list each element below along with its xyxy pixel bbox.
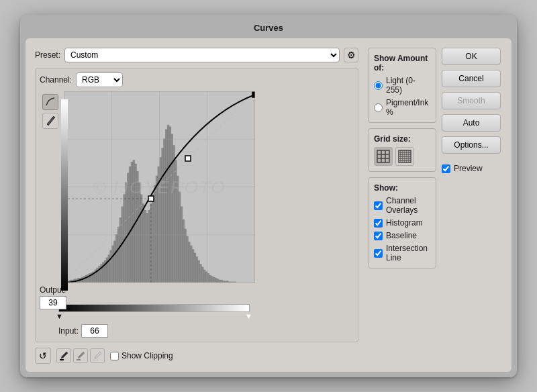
grid-4x4-icon — [377, 150, 390, 163]
cancel-button[interactable]: Cancel — [442, 70, 501, 87]
action-buttons: OK Cancel Smooth Auto Options... Preview — [442, 48, 502, 268]
input-label: Input: — [58, 326, 79, 336]
horizontal-gradient-wrap: ▼ ▼ — [58, 304, 354, 322]
histogram-item: Histogram — [374, 218, 430, 228]
right-panel: Show Amount of: Light (0-255) Pigment/In… — [368, 48, 502, 364]
right-top: Show Amount of: Light (0-255) Pigment/In… — [368, 48, 502, 268]
gray-eyedropper-button[interactable] — [73, 348, 88, 363]
preview-checkbox[interactable] — [442, 164, 450, 173]
show-clipping-check[interactable]: Show Clipping — [110, 351, 173, 360]
vertical-gradient — [61, 99, 68, 291]
curve-section: © IJOYEROTO — [40, 91, 354, 283]
preset-row: Preset: Custom ⚙ — [35, 48, 358, 62]
channel-row: Channel: RGB Red Green Blue — [40, 72, 354, 87]
slider-row: ▼ ▼ — [58, 312, 250, 322]
pigment-radio-item: Pigment/Ink % — [374, 98, 430, 117]
grid-10x10-button[interactable] — [395, 147, 414, 166]
reset-button[interactable]: ↺ — [35, 348, 51, 364]
channel-label: Channel: — [40, 75, 72, 85]
black-eyedropper-icon — [58, 350, 69, 361]
options-button[interactable]: Options... — [442, 136, 501, 154]
show-clipping-checkbox[interactable] — [110, 352, 119, 360]
grid-buttons — [374, 147, 430, 166]
output-input[interactable] — [40, 296, 66, 309]
grid-size-label: Grid size: — [374, 134, 430, 144]
pigment-radio[interactable] — [374, 103, 383, 112]
show-section: Show: Channel Overlays Histogram — [368, 177, 436, 268]
right-triangle-icon: ▼ — [245, 312, 252, 320]
histogram-label: Histogram — [386, 218, 423, 228]
histogram-checkbox[interactable] — [374, 219, 383, 228]
white-eyedropper-icon — [92, 350, 103, 361]
preset-select[interactable]: Custom — [64, 48, 340, 62]
grid-size-section: Grid size: — [368, 128, 436, 172]
bottom-toolbar: ↺ — [35, 348, 358, 364]
preview-label: Preview — [454, 164, 483, 173]
dialog-window: Curves Preset: Custom ⚙ Channel: RGB — [20, 15, 517, 377]
input-row: Input: — [58, 324, 354, 338]
show-section-label: Show: — [374, 183, 430, 193]
show-amount-section: Show Amount of: Light (0-255) Pigment/In… — [368, 48, 436, 123]
smooth-button[interactable]: Smooth — [442, 92, 501, 109]
left-panel: Preset: Custom ⚙ Channel: RGB Red Green … — [35, 48, 358, 364]
light-radio-label: Light (0-255) — [386, 76, 430, 95]
channel-overlays-label: Channel Overlays — [386, 196, 430, 215]
channel-box: Channel: RGB Red Green Blue — [35, 68, 358, 342]
right-controls: Show Amount of: Light (0-255) Pigment/In… — [368, 48, 436, 268]
intersection-line-item: Intersection Line — [374, 244, 430, 262]
eyedropper-group — [56, 348, 105, 363]
preview-section: Preview — [442, 164, 502, 173]
white-eyedropper-button[interactable] — [90, 348, 105, 363]
preset-label: Preset: — [35, 50, 60, 60]
dialog-title: Curves — [26, 20, 511, 38]
light-radio-item: Light (0-255) — [374, 76, 430, 95]
curve-tool-icon — [45, 97, 56, 107]
channel-overlays-item: Channel Overlays — [374, 196, 430, 215]
left-triangle-icon: ▼ — [56, 312, 63, 320]
baseline-label: Baseline — [386, 231, 417, 240]
black-eyedropper-button[interactable] — [56, 348, 71, 363]
intersection-line-label: Intersection Line — [386, 244, 430, 262]
grid-10x10-icon — [398, 150, 411, 163]
grid-4x4-button[interactable] — [374, 147, 393, 166]
light-radio[interactable] — [374, 81, 383, 90]
channel-overlays-checkbox[interactable] — [374, 201, 383, 210]
horizontal-gradient — [58, 304, 250, 312]
show-amount-radio-group: Light (0-255) Pigment/Ink % — [374, 76, 430, 117]
svg-rect-1 — [77, 359, 81, 360]
gray-eyedropper-icon — [75, 350, 86, 361]
gear-button[interactable]: ⚙ — [344, 48, 358, 62]
curve-canvas-container: © IJOYEROTO — [64, 91, 255, 283]
baseline-checkbox[interactable] — [374, 232, 383, 240]
pigment-radio-label: Pigment/Ink % — [386, 98, 430, 117]
curve-tool-button[interactable] — [42, 94, 58, 110]
svg-rect-2 — [93, 359, 97, 360]
input-field[interactable] — [81, 324, 108, 338]
svg-rect-7 — [377, 150, 389, 162]
preview-item: Preview — [442, 164, 502, 173]
pencil-tool-icon — [45, 115, 56, 126]
channel-select[interactable]: RGB Red Green Blue — [76, 72, 123, 87]
pencil-tool-button[interactable] — [42, 113, 58, 129]
curve-canvas[interactable] — [64, 91, 255, 283]
baseline-item: Baseline — [374, 231, 430, 240]
curve-tools — [40, 91, 61, 283]
svg-rect-0 — [60, 359, 64, 360]
intersection-line-checkbox[interactable] — [374, 249, 383, 258]
ok-button[interactable]: OK — [442, 48, 501, 65]
show-amount-label: Show Amount of: — [374, 54, 430, 72]
gear-icon: ⚙ — [347, 50, 356, 60]
auto-button[interactable]: Auto — [442, 114, 501, 132]
show-clipping-label: Show Clipping — [121, 351, 173, 360]
show-checkboxes: Channel Overlays Histogram Baseline — [374, 196, 430, 262]
